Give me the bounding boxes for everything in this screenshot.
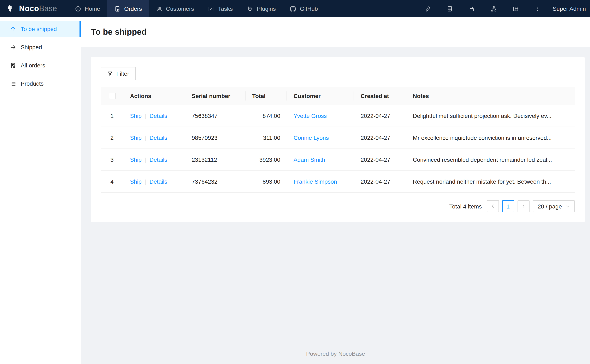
page-size-value: 20 / page: [538, 203, 562, 210]
column-header-notes: Notes: [406, 87, 566, 105]
pagination-page-1[interactable]: 1: [502, 200, 514, 212]
nav-item-home[interactable]: Home: [68, 0, 107, 17]
more-icon[interactable]: [527, 0, 549, 17]
details-link[interactable]: Details: [149, 178, 167, 185]
robot-icon: [247, 6, 253, 12]
table-row: 4 ShipDetails 73764232 893.00 Frankie Si…: [101, 171, 575, 193]
nav-item-plugins[interactable]: Plugins: [240, 0, 283, 17]
row-actions: ShipDetails: [123, 149, 185, 171]
customer-link[interactable]: Adam Smith: [293, 156, 325, 163]
orders-card: Filter Actions Serial number: [91, 57, 585, 222]
app-root: NocoBase Home: [0, 0, 590, 364]
sitemap-icon[interactable]: [483, 0, 505, 17]
user-menu[interactable]: Super Admin: [553, 5, 588, 12]
action-divider: [145, 158, 146, 163]
database-icon[interactable]: [439, 0, 461, 17]
pagination: Total 4 items 1 20 / page: [101, 200, 575, 212]
customer-link[interactable]: Yvette Gross: [293, 113, 327, 119]
nav-item-label: Tasks: [218, 5, 233, 12]
details-link[interactable]: Details: [149, 156, 167, 163]
nav-item-label: GitHub: [300, 5, 318, 12]
serial-number-cell: 75638347: [185, 105, 245, 127]
nav-item-label: Plugins: [257, 5, 276, 12]
filter-button[interactable]: Filter: [101, 67, 136, 80]
chevron-down-icon: [566, 204, 570, 208]
customer-link[interactable]: Connie Lyons: [293, 135, 329, 141]
smile-icon: [75, 6, 81, 12]
check-square-icon: [208, 6, 214, 12]
highlighter-icon[interactable]: [417, 0, 439, 17]
row-actions: ShipDetails: [123, 127, 185, 149]
nav-item-label: Orders: [124, 5, 142, 12]
github-icon: [290, 6, 296, 12]
customer-link[interactable]: Frankie Simpson: [293, 178, 337, 185]
serial-number-cell: 98570923: [185, 127, 245, 149]
column-header-created-at: Created at: [354, 87, 406, 105]
sidebar-item-label: Products: [21, 80, 44, 87]
layout-icon[interactable]: [505, 0, 527, 17]
row-index: 1: [101, 105, 123, 127]
sidebar-item-to-be-shipped[interactable]: To be shipped: [0, 21, 81, 37]
serial-number-cell: 73764232: [185, 171, 245, 193]
action-divider: [145, 114, 146, 119]
total-cell: 311.00: [245, 127, 287, 149]
navbar-right-tools: Super Admin: [417, 0, 588, 17]
list-icon: [10, 80, 16, 87]
nocobase-logo[interactable]: NocoBase: [7, 0, 57, 17]
lock-icon[interactable]: [461, 0, 483, 17]
sidebar: To be shipped Shipped: [0, 17, 81, 364]
created-at-cell: 2022-04-27: [354, 127, 406, 149]
logo-text-noco: Noco: [19, 4, 39, 13]
notes-cell: Delightful met sufficient projection ask…: [406, 105, 566, 127]
main-nav-menu: Home Orders: [68, 0, 325, 17]
notes-cell: Convinced resembled dependent remainder …: [406, 149, 566, 171]
notes-cell: Request norland neither mistake for yet.…: [406, 171, 566, 193]
page-size-select[interactable]: 20 / page: [533, 200, 575, 212]
column-header-actions: Actions: [123, 87, 185, 105]
sidebar-item-products[interactable]: Products: [0, 75, 81, 92]
sidebar-item-label: All orders: [21, 62, 45, 69]
page-content: Filter Actions Serial number: [81, 47, 590, 364]
details-link[interactable]: Details: [149, 113, 167, 119]
row-index: 2: [101, 127, 123, 149]
table-row: 1 ShipDetails 75638347 874.00 Yvette Gro…: [101, 105, 575, 127]
select-all-checkbox[interactable]: [109, 93, 115, 99]
ship-link[interactable]: Ship: [130, 135, 142, 141]
total-cell: 874.00: [245, 105, 287, 127]
details-link[interactable]: Details: [149, 135, 167, 141]
team-icon: [156, 6, 162, 12]
logo-text-base: Base: [39, 4, 57, 13]
action-divider: [145, 180, 146, 185]
sidebar-item-label: Shipped: [21, 44, 42, 51]
sidebar-item-shipped[interactable]: Shipped: [0, 39, 81, 55]
filter-button-label: Filter: [116, 70, 129, 77]
arrow-right-icon: [10, 44, 16, 50]
pagination-prev-button[interactable]: [487, 200, 499, 212]
sidebar-item-all-orders[interactable]: All orders: [0, 57, 81, 74]
nav-item-github[interactable]: GitHub: [283, 0, 325, 17]
file-done-icon: [10, 62, 16, 68]
column-header-total: Total: [245, 87, 287, 105]
arrow-up-icon: [10, 26, 16, 32]
column-header-spacer: [566, 87, 575, 105]
nav-item-orders[interactable]: Orders: [107, 0, 149, 17]
pagination-next-button[interactable]: [517, 200, 529, 212]
powered-by-footer: Powered by NocoBase: [81, 344, 590, 364]
ship-link[interactable]: Ship: [130, 113, 142, 119]
file-done-icon: [114, 6, 120, 12]
page-header: To be shipped: [81, 17, 590, 47]
orders-table: Actions Serial number Total Customer Cre…: [101, 87, 575, 193]
nav-item-customers[interactable]: Customers: [149, 0, 201, 17]
serial-number-cell: 23132112: [185, 149, 245, 171]
nav-item-tasks[interactable]: Tasks: [201, 0, 240, 17]
action-divider: [145, 136, 146, 141]
pagination-total: Total 4 items: [449, 203, 482, 210]
page-title: To be shipped: [91, 27, 146, 37]
nocobase-logo-icon: [7, 4, 16, 13]
row-actions: ShipDetails: [123, 171, 185, 193]
table-row: 3 ShipDetails 23132112 3923.00 Adam Smit…: [101, 149, 575, 171]
ship-link[interactable]: Ship: [130, 156, 142, 163]
created-at-cell: 2022-04-27: [354, 149, 406, 171]
ship-link[interactable]: Ship: [130, 178, 142, 185]
table-row: 2 ShipDetails 98570923 311.00 Connie Lyo…: [101, 127, 575, 149]
